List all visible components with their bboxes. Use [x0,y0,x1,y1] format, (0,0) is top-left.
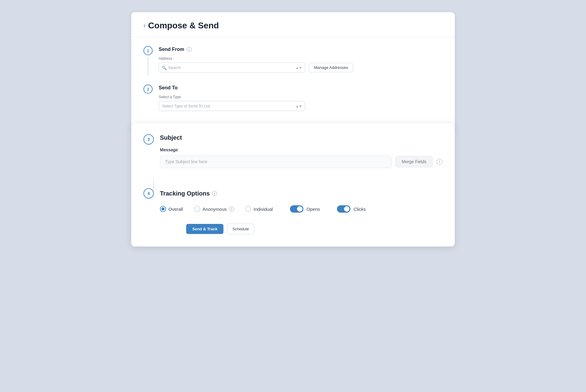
radio-individual-label: Individual [254,207,273,212]
schedule-button[interactable]: Schedule [227,224,254,234]
toggle-opens-knob [297,206,302,212]
step2-section: 2 Send To Select a Type Select Type of S… [143,85,443,111]
step2-select-input[interactable]: Select Type of Send To List [159,101,305,111]
toggle-clicks-label: Clicks [353,207,366,212]
toggle-clicks-knob [344,206,349,212]
step3-row: 3 Subject Message Merge Fields i [143,134,443,168]
chevron-down-icon-2: ▲▼ [295,104,302,108]
step3-badge: 3 [143,134,154,145]
step4-info-icon[interactable]: i [212,191,217,196]
step3-title: Subject [160,134,443,141]
top-card-body: 1 Send From i Address 🔍 ▲▼ [131,37,455,111]
step1-section: 1 Send From i Address 🔍 ▲▼ [143,46,443,75]
step3-content: Subject Message Merge Fields i [160,134,443,168]
dashed-connector [153,179,154,188]
step1-search-input[interactable] [159,63,305,73]
step1-address-label: Address [159,56,443,61]
back-arrow-icon[interactable]: ‹ [143,22,146,30]
step1-connector: 1 [143,46,153,75]
bottom-card: 3 Subject Message Merge Fields i [131,123,455,246]
step1-search-wrap: 🔍 ▲▼ [159,63,305,73]
radio-overall-dot [161,207,165,210]
step1-line [148,57,148,75]
step4-badge: 4 [143,188,154,199]
send-track-button[interactable]: Send & Track [186,224,223,234]
step2-content: Send To Select a Type Select Type of Sen… [159,85,443,111]
step1-content: Send From i Address 🔍 ▲▼ Manage Addresse… [159,46,443,73]
step2-title: Send To [159,85,443,91]
merge-fields-button[interactable]: Merge Fields [395,156,433,167]
step3-message-label: Message [160,147,443,152]
subject-input[interactable] [160,155,392,168]
radio-anonymous-circle[interactable] [194,206,200,212]
radio-overall-circle[interactable] [160,206,166,212]
step3-section: 3 Subject Message Merge Fields i [143,134,443,168]
step2-select-wrap: Select Type of Send To List ▲▼ [159,101,305,111]
tracking-options-row: Overall Anonymous i Individual [160,205,443,213]
action-buttons: Send & Track Schedule [143,224,443,234]
step2-connector: 2 [143,85,153,94]
step1-address-row: 🔍 ▲▼ Manage Addresses [159,63,443,73]
radio-overall[interactable]: Overall [160,206,183,212]
step1-title: Send From i [159,47,443,52]
radio-anonymous[interactable]: Anonymous i [194,206,234,212]
anonymous-info-icon[interactable]: i [229,207,234,211]
step4-section: 4 Tracking Options i Overall [143,188,443,213]
page-title: Compose & Send [148,21,219,31]
step2-select-label: Select a Type [159,95,443,99]
toggle-clicks-group: Clicks [337,205,366,213]
radio-individual-circle[interactable] [245,206,251,212]
page-wrapper: ‹ Compose & Send 1 Send From i [131,12,455,287]
top-card: ‹ Compose & Send 1 Send From i [131,12,455,132]
toggle-opens-label: Opens [306,207,320,212]
toggle-clicks[interactable] [337,205,350,213]
step1-info-icon[interactable]: i [187,47,192,52]
radio-overall-label: Overall [168,207,183,212]
step4-top-row: 4 Tracking Options i [143,188,443,199]
step1-badge: 1 [143,46,153,55]
top-card-header: ‹ Compose & Send [131,12,455,37]
merge-fields-info-icon[interactable]: i [436,159,443,165]
step4-title: Tracking Options [160,190,210,197]
search-icon: 🔍 [162,65,167,70]
toggle-opens-group: Opens [290,205,320,213]
step2-badge: 2 [143,85,153,94]
chevron-down-icon: ▲▼ [295,66,302,70]
toggle-opens[interactable] [290,205,303,213]
step4-title-row: Tracking Options i [160,190,217,197]
radio-anonymous-label: Anonymous [203,207,227,212]
manage-addresses-button[interactable]: Manage Addresses [309,63,353,72]
dashed-line-wrapper [148,179,443,188]
step3-input-row: Merge Fields i [160,155,443,168]
page-title-row: ‹ Compose & Send [143,21,443,31]
radio-individual[interactable]: Individual [245,206,273,212]
